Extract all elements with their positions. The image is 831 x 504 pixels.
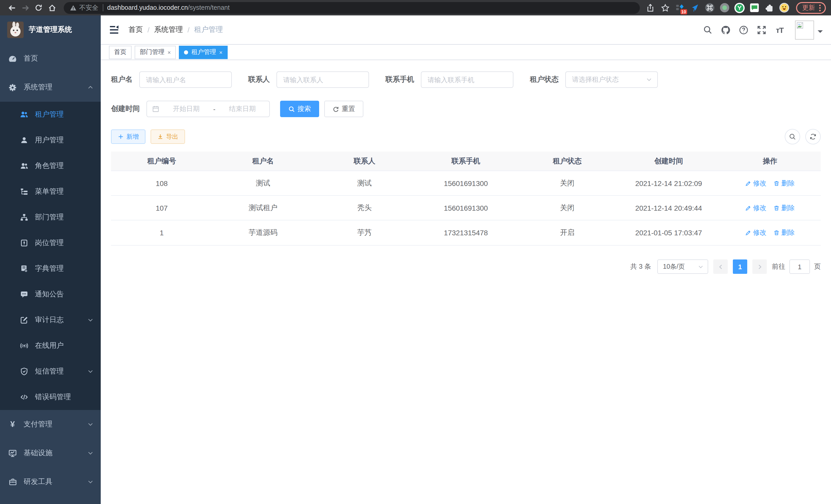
status-value: 关闭 <box>516 196 618 220</box>
edit-link[interactable]: 修改 <box>745 179 767 188</box>
edit-link[interactable]: 修改 <box>745 203 767 212</box>
browser-back-icon[interactable] <box>5 1 19 14</box>
logo-image <box>7 22 24 38</box>
goto-label: 前往 <box>772 262 785 271</box>
add-button[interactable]: 新增 <box>111 129 145 144</box>
refresh-icon <box>333 106 339 112</box>
browser-forward-icon[interactable] <box>19 1 32 14</box>
search-button[interactable]: 搜索 <box>280 101 319 117</box>
extensions-puzzle-icon[interactable] <box>764 3 774 13</box>
sidebar-item-error-code[interactable]: 错误码管理 <box>0 384 101 410</box>
table-row: 107 测试租户 秃头 15601691300 关闭 2021-12-14 20… <box>111 196 821 220</box>
status-select[interactable]: 请选择租户状态 <box>565 71 658 88</box>
user-icon <box>20 136 28 145</box>
avatar-caret-icon <box>818 30 823 35</box>
sidebar-item-role[interactable]: 角色管理 <box>0 153 101 179</box>
page-unit-label: 页 <box>814 262 821 271</box>
app-title: 芋道管理系统 <box>29 25 72 34</box>
delete-link[interactable]: 删除 <box>774 228 795 237</box>
extension-command-icon[interactable] <box>705 3 715 13</box>
breadcrumb: 首页 / 系统管理 / 租户管理 <box>128 25 223 34</box>
extension-chat-icon[interactable] <box>749 3 760 13</box>
goto-page-input[interactable] <box>790 260 810 274</box>
fullscreen-icon[interactable] <box>757 25 766 34</box>
browser-home-icon[interactable] <box>45 1 59 14</box>
chevron-down-icon <box>646 77 652 83</box>
tenant-name-input[interactable] <box>139 71 232 88</box>
share-icon[interactable] <box>645 3 655 13</box>
sidebar-item-pay[interactable]: ¥ 支付管理 <box>0 410 101 439</box>
sidebar-item-dict[interactable]: 字典管理 <box>0 256 101 281</box>
delete-link[interactable]: 删除 <box>774 203 795 212</box>
extension-y-icon[interactable] <box>735 3 745 13</box>
page-size-select[interactable]: 10条/页 <box>657 260 708 274</box>
chevron-right-icon <box>757 264 763 269</box>
sidebar-item-home[interactable]: 首页 <box>0 44 101 73</box>
chevron-up-icon <box>87 84 93 90</box>
mobile-input[interactable] <box>421 71 513 88</box>
sidebar-item-dept[interactable]: 部门管理 <box>0 205 101 230</box>
breadcrumb-current: 租户管理 <box>194 25 223 34</box>
sidebar-item-post[interactable]: 岗位管理 <box>0 230 101 256</box>
end-date-placeholder[interactable]: 结束日期 <box>221 104 264 114</box>
online-icon <box>20 342 28 350</box>
dict-icon <box>20 264 28 273</box>
sidebar-item-dev-tools[interactable]: 研发工具 <box>0 468 101 496</box>
delete-link[interactable]: 删除 <box>774 179 795 188</box>
current-page[interactable]: 1 <box>733 260 747 274</box>
refresh-table-button[interactable] <box>805 129 821 144</box>
close-icon[interactable]: × <box>168 49 171 55</box>
sidebar-item-infra[interactable]: 基础设施 <box>0 439 101 468</box>
font-size-icon[interactable]: тT <box>775 25 784 34</box>
close-icon[interactable]: × <box>219 49 223 55</box>
extension-recorder-icon[interactable] <box>719 3 730 13</box>
reset-button[interactable]: 重置 <box>324 101 363 117</box>
contact-input[interactable] <box>277 71 369 88</box>
sidebar-item-tenant[interactable]: 租户管理 <box>0 102 101 127</box>
sidebar-toggle-icon[interactable] <box>109 25 119 35</box>
user-avatar-menu[interactable] <box>795 20 823 39</box>
next-page-button[interactable] <box>752 260 767 274</box>
browser-update-button[interactable]: 更新 <box>796 2 826 13</box>
extension-kite-icon[interactable] <box>690 3 700 13</box>
extension-tag-manager-icon[interactable]: 10 <box>675 3 685 13</box>
table-header-row: 租户编号 租户名 联系人 联系手机 租户状态 创建时间 操作 <box>111 152 821 171</box>
app-logo[interactable]: 芋道管理系统 <box>0 16 101 44</box>
contact-label: 联系人 <box>248 75 270 84</box>
prev-page-button[interactable] <box>713 260 728 274</box>
sidebar-item-menu[interactable]: 菜单管理 <box>0 179 101 205</box>
sidebar-item-system[interactable]: 系统管理 <box>0 73 101 102</box>
sidebar-item-notice[interactable]: 通知公告 <box>0 281 101 307</box>
profile-avatar-icon[interactable] <box>779 3 790 13</box>
org-icon <box>20 213 28 222</box>
tab-dept[interactable]: 部门管理 × <box>135 46 176 59</box>
start-date-placeholder[interactable]: 开始日期 <box>165 104 208 114</box>
system-submenu: 租户管理 用户管理 角色管理 <box>0 102 101 410</box>
tab-home[interactable]: 首页 <box>109 46 132 59</box>
bookmark-star-icon[interactable] <box>660 3 670 13</box>
sidebar-item-user[interactable]: 用户管理 <box>0 127 101 153</box>
breadcrumb-system[interactable]: 系统管理 <box>154 25 183 34</box>
breadcrumb-home[interactable]: 首页 <box>128 25 143 34</box>
total-count: 共 3 条 <box>630 262 651 271</box>
browser-reload-icon[interactable] <box>32 1 45 14</box>
export-button[interactable]: 导出 <box>150 129 185 144</box>
tenant-page: 租户名 联系人 联系手机 租户状态 请选择租户状态 <box>101 60 831 504</box>
create-time-range-picker[interactable]: 开始日期 - 结束日期 <box>146 101 270 117</box>
tab-tenant[interactable]: 租户管理 × <box>179 46 228 59</box>
help-icon[interactable] <box>739 25 748 34</box>
browser-menu-icon[interactable] <box>817 4 823 11</box>
show-search-toggle-button[interactable] <box>785 129 800 144</box>
table-row: 108 测试 测试 15601691300 关闭 2021-12-14 21:0… <box>111 171 821 196</box>
sidebar-item-audit-log[interactable]: 审计日志 <box>0 307 101 333</box>
tenant-table: 租户编号 租户名 联系人 联系手机 租户状态 创建时间 操作 108 测试 测试… <box>111 152 821 245</box>
url-bar[interactable]: 不安全 dashboard.yudao.iocoder.cn/system/te… <box>64 2 640 13</box>
sidebar-item-sms[interactable]: 短信管理 <box>0 359 101 384</box>
chevron-down-icon <box>87 450 93 456</box>
message-icon <box>20 290 28 299</box>
header-search-icon[interactable] <box>703 25 712 34</box>
sidebar-item-online-user[interactable]: 在线用户 <box>0 333 101 359</box>
edit-link[interactable]: 修改 <box>745 228 767 237</box>
mobile-label: 联系手机 <box>385 75 414 84</box>
github-icon[interactable] <box>721 25 730 34</box>
